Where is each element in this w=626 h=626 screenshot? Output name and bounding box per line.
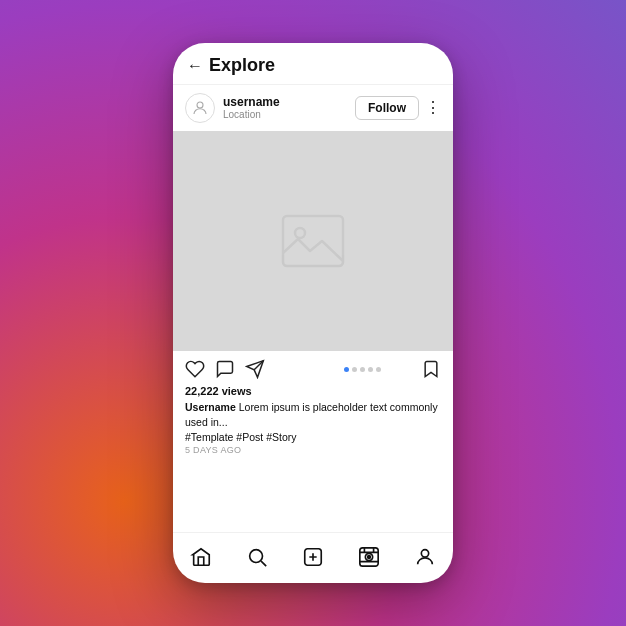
- views-count: 22,222 views: [185, 385, 441, 397]
- dot-3: [360, 367, 365, 372]
- bottom-nav: [173, 532, 453, 583]
- bookmark-icon[interactable]: [421, 359, 441, 379]
- page-title: Explore: [209, 55, 275, 76]
- comment-icon[interactable]: [215, 359, 235, 379]
- post-header: username Location Follow ⋮: [173, 85, 453, 131]
- reels-icon: [358, 546, 380, 568]
- header: ← Explore: [173, 43, 453, 85]
- username-label: username: [223, 95, 355, 109]
- caption-username: Username: [185, 401, 236, 413]
- search-icon: [246, 546, 268, 568]
- svg-line-6: [261, 561, 266, 566]
- home-icon: [190, 546, 212, 568]
- location-label: Location: [223, 109, 355, 121]
- svg-rect-1: [283, 216, 343, 266]
- nav-reels[interactable]: [349, 543, 389, 571]
- more-button[interactable]: ⋮: [425, 100, 441, 116]
- svg-point-0: [197, 102, 203, 108]
- back-button[interactable]: ←: [187, 57, 203, 75]
- dot-5: [376, 367, 381, 372]
- add-icon: [302, 546, 324, 568]
- nav-add[interactable]: [293, 543, 333, 571]
- dot-4: [368, 367, 373, 372]
- nav-search[interactable]: [237, 543, 277, 571]
- share-icon[interactable]: [245, 359, 265, 379]
- avatar: [185, 93, 215, 123]
- follow-button[interactable]: Follow: [355, 96, 419, 120]
- nav-profile[interactable]: [405, 543, 445, 571]
- post-content: 22,222 views Username Lorem ipsum is pla…: [173, 383, 453, 461]
- dot-1: [344, 367, 349, 372]
- svg-point-12: [368, 556, 371, 559]
- hashtags: #Template #Post #Story: [185, 431, 441, 443]
- svg-point-17: [421, 550, 428, 557]
- phone-shell: ← Explore username Location Follow ⋮: [173, 43, 453, 583]
- user-icon: [191, 99, 209, 117]
- action-icons-left: [185, 359, 303, 379]
- svg-point-2: [295, 228, 305, 238]
- image-placeholder-icon: [278, 211, 348, 271]
- svg-point-5: [250, 550, 263, 563]
- like-icon[interactable]: [185, 359, 205, 379]
- caption: Username Lorem ipsum is placeholder text…: [185, 400, 441, 429]
- carousel-dots: [303, 367, 421, 372]
- user-info: username Location: [223, 95, 355, 121]
- post-image: [173, 131, 453, 351]
- timestamp: 5 DAYS AGO: [185, 445, 441, 455]
- dot-2: [352, 367, 357, 372]
- profile-icon: [414, 546, 436, 568]
- nav-home[interactable]: [181, 543, 221, 571]
- action-bar: [173, 351, 453, 383]
